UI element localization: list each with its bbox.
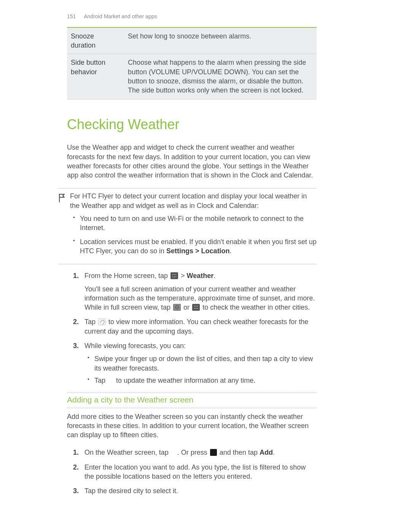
header-section-title: Android Market and other apps xyxy=(84,13,157,19)
infobox-lead: For HTC Flyer to detect your current loc… xyxy=(70,192,317,210)
section-intro: Use the Weather app and widget to check … xyxy=(67,143,317,180)
dotted-divider xyxy=(67,393,317,393)
running-header: 151 Android Market and other apps xyxy=(67,13,317,20)
step-item: Tap the desired city to select it. xyxy=(84,486,317,495)
table-row: Side button behavior Choose what happens… xyxy=(67,54,317,99)
weather-label: Weather xyxy=(187,272,214,280)
info-box: For HTC Flyer to detect your current loc… xyxy=(58,188,317,264)
settings-location-path: Settings > Location xyxy=(166,247,230,255)
dotted-divider xyxy=(67,408,317,408)
add-icon xyxy=(171,449,177,456)
step-detail: You'll see a full screen animation of yo… xyxy=(84,284,317,312)
setting-description: Choose what happens to the alarm when pr… xyxy=(124,54,317,99)
sub-bullet-list: Swipe your finger up or down the list of… xyxy=(84,354,317,385)
step-item: Tap to view more information. You can ch… xyxy=(84,317,317,336)
setting-description: Set how long to snooze between alarms. xyxy=(124,27,317,54)
target-icon xyxy=(173,304,181,311)
apps-grid-icon xyxy=(170,272,178,279)
table-row: Snooze duration Set how long to snooze b… xyxy=(67,27,317,54)
list-item: Location services must be enabled. If yo… xyxy=(80,237,317,256)
flag-icon xyxy=(58,192,70,260)
page-number: 151 xyxy=(67,13,76,19)
steps-list: On the Weather screen, tap . Or press an… xyxy=(67,448,317,495)
subsection-heading: Adding a city to the Weather screen xyxy=(67,395,317,405)
setting-term: Side button behavior xyxy=(67,54,124,99)
step-item: While viewing forecasts, you can: Swipe … xyxy=(84,341,317,385)
refresh-icon xyxy=(108,377,113,384)
settings-table: Snooze duration Set how long to snooze b… xyxy=(67,27,317,99)
list-item: You need to turn on and use Wi-Fi or the… xyxy=(80,214,317,233)
step-item: Enter the location you want to add. As y… xyxy=(84,463,317,481)
menu-key-icon xyxy=(210,449,217,456)
add-label: Add xyxy=(260,449,273,456)
subsection-intro: Add more cities to the Weather screen so… xyxy=(67,412,317,440)
apps-grid-icon xyxy=(192,304,200,311)
step-item: On the Weather screen, tap . Or press an… xyxy=(84,448,317,457)
infobox-bullet-list: You need to turn on and use Wi-Fi or the… xyxy=(70,214,317,256)
paperclip-icon xyxy=(98,318,106,325)
step-item: From the Home screen, tap > Weather. You… xyxy=(84,271,317,312)
section-heading: Checking Weather xyxy=(67,115,317,134)
content-column: 151 Android Market and other apps Snooze… xyxy=(67,13,317,496)
list-item: Swipe your finger up or down the list of… xyxy=(94,354,317,373)
page: 151 Android Market and other apps Snooze… xyxy=(0,0,411,532)
list-item: Tap to update the weather information at… xyxy=(94,376,317,385)
setting-term: Snooze duration xyxy=(67,27,124,54)
steps-list: From the Home screen, tap > Weather. You… xyxy=(67,271,317,385)
